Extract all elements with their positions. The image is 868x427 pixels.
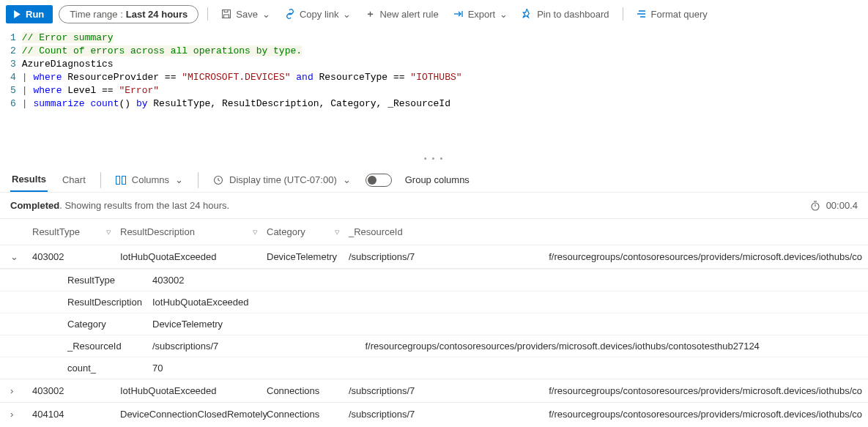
columns-label: Columns — [132, 174, 169, 185]
code-comment: // Count of errors across all operations… — [22, 45, 302, 56]
stopwatch-icon — [810, 201, 820, 211]
group-columns-label: Group columns — [405, 174, 470, 185]
tab-chart[interactable]: Chart — [61, 168, 87, 191]
toolbar-divider — [207, 7, 208, 21]
row-expander[interactable]: ⌄ — [6, 251, 32, 262]
run-button[interactable]: Run — [6, 5, 53, 23]
chevron-down-icon: ⌄ — [175, 174, 183, 185]
table-row[interactable]: ⌄ 403002 IotHubQuotaExceeded DeviceTelem… — [0, 245, 868, 268]
filter-icon[interactable]: ▿ — [253, 226, 258, 237]
save-button[interactable]: Save ⌄ — [217, 6, 275, 23]
copy-link-button[interactable]: Copy link ⌄ — [281, 6, 355, 23]
format-query-button[interactable]: Format query — [632, 6, 712, 23]
table-row[interactable]: › 403002 IotHubQuotaExceeded Connections… — [0, 379, 868, 402]
toolbar-divider — [100, 172, 101, 188]
pin-icon — [522, 9, 533, 19]
display-time-label: Display time (UTC-07:00) — [229, 174, 337, 185]
time-range-picker[interactable]: Time range : Last 24 hours — [59, 5, 199, 23]
grid-header: ResultType▿ ResultDescription▿ Category▿… — [0, 219, 868, 245]
line-gutter: 123456 — [0, 31, 22, 111]
col-header[interactable]: ResultDescription▿ — [120, 226, 267, 237]
clock-icon — [213, 175, 223, 185]
format-icon — [637, 10, 647, 18]
display-time-button[interactable]: Display time (UTC-07:00) ⌄ — [212, 171, 352, 188]
col-header[interactable]: ResultType▿ — [32, 226, 120, 237]
play-icon — [13, 10, 21, 18]
row-detail: ResultType403002 ResultDescriptionIotHub… — [0, 268, 868, 379]
col-header[interactable]: _ResourceId — [349, 226, 862, 237]
chevron-down-icon: ⌄ — [343, 9, 351, 20]
format-label: Format query — [651, 9, 708, 20]
code-comment: // Error summary — [22, 32, 114, 43]
link-icon — [285, 9, 295, 19]
chevron-down-icon: ⌄ — [343, 174, 351, 185]
results-toolbar: Results Chart Columns ⌄ Display time (UT… — [0, 165, 868, 193]
row-expander[interactable]: › — [6, 385, 32, 396]
pin-label: Pin to dashboard — [537, 9, 609, 20]
status-completed: Completed — [10, 200, 59, 211]
filter-icon[interactable]: ▿ — [106, 226, 111, 237]
resize-handle[interactable]: • • • — [0, 155, 868, 165]
chevron-down-icon: ⌄ — [262, 9, 270, 20]
time-range-label: Time range : — [70, 9, 123, 20]
toolbar-divider — [623, 7, 623, 21]
svg-rect-1 — [224, 10, 228, 12]
code-ident: AzureDiagnostics — [22, 59, 114, 70]
query-toolbar: Run Time range : Last 24 hours Save ⌄ Co… — [0, 0, 868, 29]
query-editor[interactable]: 123456 // Error summary // Count of erro… — [0, 29, 868, 155]
plus-icon: ＋ — [366, 7, 375, 21]
pin-button[interactable]: Pin to dashboard — [518, 6, 613, 23]
export-label: Export — [468, 9, 496, 20]
time-range-value: Last 24 hours — [126, 9, 188, 20]
table-row[interactable]: › 404104 DeviceConnectionClosedRemotely … — [0, 402, 868, 426]
results-grid: ResultType▿ ResultDescription▿ Category▿… — [0, 219, 868, 426]
elapsed-time: 00:00.4 — [826, 200, 858, 211]
copy-link-label: Copy link — [300, 9, 338, 20]
export-button[interactable]: Export ⌄ — [449, 6, 513, 23]
save-label: Save — [236, 9, 258, 20]
col-header[interactable]: Category▿ — [267, 226, 349, 237]
new-alert-label: New alert rule — [379, 9, 438, 20]
columns-icon — [116, 176, 126, 185]
filter-icon[interactable]: ▿ — [335, 226, 340, 237]
status-row: Completed. Showing results from the last… — [0, 193, 868, 219]
toolbar-divider — [198, 172, 199, 188]
tab-results[interactable]: Results — [10, 168, 48, 192]
export-icon — [453, 10, 464, 18]
chevron-down-icon: ⌄ — [500, 9, 508, 20]
run-label: Run — [26, 9, 44, 20]
columns-button[interactable]: Columns ⌄ — [114, 171, 185, 188]
row-expander[interactable]: › — [6, 409, 32, 420]
new-alert-rule-button[interactable]: ＋ New alert rule — [361, 4, 442, 23]
save-icon — [221, 9, 231, 19]
group-columns-toggle[interactable] — [366, 174, 392, 187]
svg-rect-2 — [224, 15, 229, 18]
code-area[interactable]: // Error summary // Count of errors acro… — [22, 31, 868, 111]
status-detail: . Showing results from the last 24 hours… — [59, 200, 229, 211]
